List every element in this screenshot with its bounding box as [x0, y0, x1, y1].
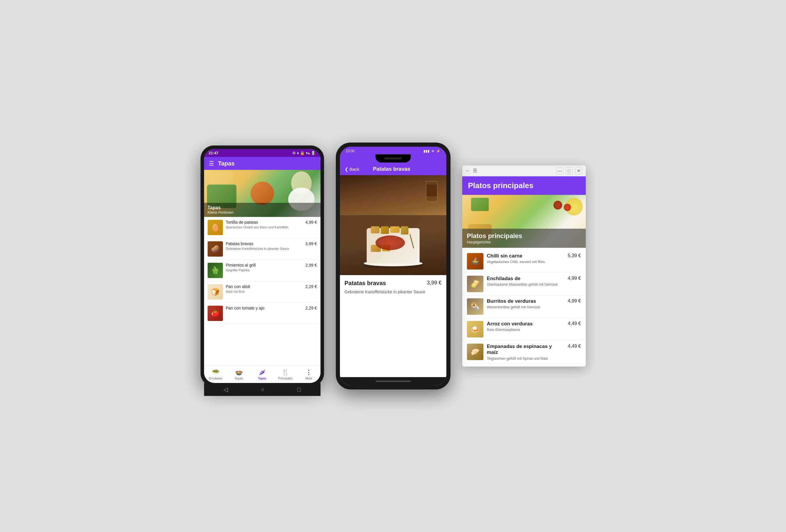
item-info: Chilli sin carne Vegetarisches Chilli, s… [487, 253, 564, 265]
android-hero-subtitle: Kleine Portionen [208, 211, 317, 215]
window-menu-list[interactable]: 🍲 Chilli sin carne Vegetarisches Chilli,… [462, 248, 586, 366]
item-price: 4,99 € [305, 220, 317, 224]
window-back-button[interactable]: ← [466, 168, 470, 173]
signal-icon: ▮▮▮ [423, 149, 430, 153]
item-info: Pan con tomate y ajo [226, 306, 303, 310]
android-home-bar: ◁ ○ □ [204, 383, 321, 396]
window-hero-title: Platos principales [467, 232, 581, 240]
iphone-status-icons: ▮▮▮ ≋ ⚡ [423, 149, 440, 153]
iphone-notch [375, 154, 411, 163]
android-hero-overlay: Tapas Kleine Portionen [204, 203, 321, 217]
window-menu-button[interactable]: ☰ [473, 168, 477, 173]
iphone-toolbar: ❮ Back Patatas bravas [340, 164, 446, 175]
window-menu-item[interactable]: 🥟 Empanadas de espinacas y maíz Teigtasc… [462, 341, 586, 364]
item-price: 4,49 € [568, 321, 581, 326]
item-desc: Gebratene Kartoffelstücke in pikanter Sa… [226, 247, 303, 251]
android-toolbar: ☰ Tapas [204, 157, 321, 170]
item-info: Arroz con verduras Reis-/Gemüsepfanne [487, 321, 564, 333]
iphone-time: 23:00 [346, 149, 355, 153]
iphone-top-area: 23:00 ▮▮▮ ≋ ⚡ ❮ Ba [340, 147, 446, 175]
minimize-button[interactable]: — [556, 167, 563, 174]
item-desc: Überbackene Maistortillas gefüllt mit Ge… [487, 283, 564, 287]
android-list-item[interactable]: 🥚 Tortilla de patatas Spanisches Omlett … [204, 217, 321, 238]
window-header: Platos principales [462, 176, 586, 195]
food-icon: 🌯 [467, 298, 483, 315]
android-list-item[interactable]: 🥔 Patatas bravas Gebratene Kartoffelstüc… [204, 238, 321, 260]
android-nav-item-more[interactable]: ⋮ More [297, 367, 320, 381]
back-label: Back [350, 167, 359, 172]
home-button[interactable]: ○ [261, 386, 264, 393]
item-thumbnail: 🫑 [208, 263, 223, 278]
window-menu-item[interactable]: 🌯 Burritos de verduras Weizentortillas g… [462, 295, 586, 318]
android-app-title: Tapas [218, 160, 235, 167]
recents-button[interactable]: □ [297, 386, 301, 393]
item-info: Burritos de verduras Weizentortillas gef… [487, 298, 564, 310]
iphone-notch-area [340, 154, 446, 164]
nav-label: Tapas [258, 377, 266, 380]
wifi-icon: ≋ [431, 149, 434, 153]
sauce [375, 236, 405, 250]
nav-label: Principales [278, 377, 293, 380]
food-icon: 🍲 [467, 253, 483, 269]
item-info: Tortilla de patatas Spanisches Omlett au… [226, 220, 303, 229]
android-screen: 21:47 ⚙ ♦ 🔒 ▾▴ 🔋 ☰ Tapas Ta [204, 149, 321, 383]
item-thumbnail: 🍞 [208, 284, 223, 299]
android-nav-item-sopas[interactable]: 🍲 Sopas [227, 367, 251, 381]
android-nav-item-ensaladas[interactable]: 🥗 Ensaladas [204, 367, 227, 381]
food-icon: 🍛 [467, 321, 483, 337]
item-price: 4,99 € [568, 298, 581, 304]
item-name: Enchiladas de [487, 276, 564, 282]
item-desc: Ailoli mit Brot [226, 290, 303, 294]
main-scene: 21:47 ⚙ ♦ 🔒 ▾▴ 🔋 ☰ Tapas Ta [0, 0, 786, 532]
item-price: 3,99 € [305, 241, 317, 246]
item-thumbnail: 🥔 [208, 241, 223, 257]
item-name: Tortilla de patatas [226, 220, 303, 224]
maximize-button[interactable]: □ [566, 167, 573, 174]
food-icon: 🥔 [208, 241, 223, 257]
item-name: Burritos de verduras [487, 298, 564, 304]
android-nav-item-tapas[interactable]: 🌶 Tapas [251, 367, 274, 381]
item-desc: Weizentortillas gefüllt mit Gemüse [487, 305, 564, 310]
item-thumbnail: 🍅 [208, 306, 223, 321]
android-bottom-nav: 🥗 Ensaladas 🍲 Sopas 🌶 Tapas 🍴 Principale… [204, 365, 321, 383]
window-menu-item[interactable]: 🍛 Arroz con verduras Reis-/Gemüsepfanne … [462, 318, 586, 341]
window-menu-item[interactable]: 🫔 Enchiladas de Überbackene Maistortilla… [462, 273, 586, 295]
item-desc: Vegetarisches Chilli, serviert mit Reis [487, 260, 564, 265]
android-nav-item-principales[interactable]: 🍴 Principales [274, 367, 297, 381]
item-thumbnail: 🍲 [467, 253, 483, 269]
android-status-icons: ⚙ ♦ 🔒 ▾▴ 🔋 [292, 151, 316, 155]
android-list-item[interactable]: 🍞 Pan con alioli Ailoli mit Brot 2,29 € [204, 281, 321, 303]
item-info: Pan con alioli Ailoli mit Brot [226, 284, 303, 294]
item-info: Pimientos al grill Gegrillte Paprika [226, 263, 303, 272]
item-price: 4,99 € [568, 276, 581, 281]
android-list-item[interactable]: 🍅 Pan con tomate y ajo 2,29 € [204, 303, 321, 324]
item-price: 2,29 € [305, 284, 317, 289]
food-icon: 🥟 [467, 344, 483, 360]
window-menu-item[interactable]: 🍲 Chilli sin carne Vegetarisches Chilli,… [462, 250, 586, 273]
iphone-hero-image [340, 175, 446, 275]
food-icon: 🍞 [208, 284, 223, 299]
food-icon: 🥚 [208, 220, 223, 235]
item-price: 2,99 € [305, 263, 317, 267]
back-button[interactable]: ◁ [224, 386, 228, 393]
nav-icon: 🥗 [212, 368, 219, 376]
iphone-page-title: Patatas bravas [373, 166, 410, 172]
food-icon: 🫑 [208, 263, 223, 278]
android-list-item[interactable]: 🫑 Pimientos al grill Gegrillte Paprika 2… [204, 260, 321, 281]
android-hero-title: Tapas [208, 205, 317, 211]
item-info: Patatas bravas Gebratene Kartoffelstücke… [226, 241, 303, 251]
nav-label: Ensaladas [209, 377, 223, 380]
back-button[interactable]: ❮ Back [345, 167, 359, 172]
close-button[interactable]: ✕ [575, 167, 582, 174]
hamburger-icon[interactable]: ☰ [209, 160, 214, 167]
android-menu-list[interactable]: 🥚 Tortilla de patatas Spanisches Omlett … [204, 217, 321, 365]
nav-label: More [305, 377, 312, 380]
desktop-window: ← ☰ — □ ✕ Platos principales Platos prin… [462, 166, 586, 366]
item-name: Pimientos al grill [226, 263, 303, 267]
tomato-decor [553, 201, 562, 210]
nav-label: Sopas [235, 377, 243, 380]
food-description: Gebratene Kartoffelstücke in pikanter Sa… [345, 289, 442, 295]
nav-icon: 🌶 [259, 368, 265, 376]
iphone-food-detail: Patatas bravas 3,99 € Gebratene Kartoffe… [340, 275, 446, 377]
food-name: Patatas bravas [345, 280, 386, 287]
